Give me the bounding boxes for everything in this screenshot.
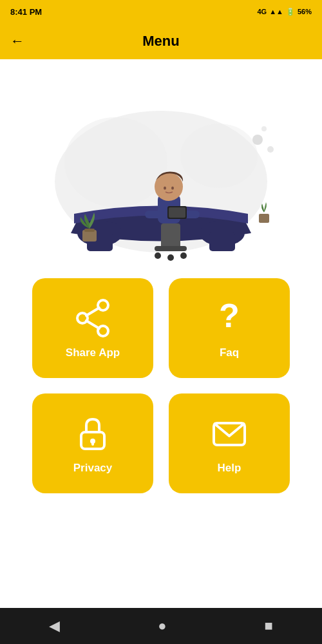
battery-icon: 🔋 bbox=[286, 8, 295, 16]
svg-rect-16 bbox=[145, 211, 164, 218]
svg-point-2 bbox=[180, 124, 258, 188]
battery-percent: 56% bbox=[298, 8, 312, 15]
svg-rect-24 bbox=[84, 229, 95, 232]
question-icon: ? bbox=[209, 298, 250, 339]
share-app-button[interactable]: Share App bbox=[32, 278, 153, 378]
svg-point-5 bbox=[261, 126, 267, 131]
status-icons: 4G ▲▲ 🔋 56% bbox=[258, 8, 312, 16]
help-button[interactable]: Help bbox=[169, 393, 290, 493]
help-label: Help bbox=[218, 462, 242, 475]
share-icon bbox=[72, 298, 113, 339]
back-button[interactable]: ← bbox=[10, 33, 24, 50]
svg-point-12 bbox=[155, 252, 161, 259]
main-content: Share App ? Faq Privacy bbox=[0, 59, 322, 608]
nav-back-button[interactable]: ◀ bbox=[49, 618, 60, 634]
menu-grid: Share App ? Faq Privacy bbox=[0, 278, 322, 493]
svg-rect-10 bbox=[161, 223, 180, 249]
svg-point-14 bbox=[167, 254, 174, 261]
header: ← Menu bbox=[0, 23, 322, 59]
privacy-label: Privacy bbox=[73, 462, 113, 475]
svg-rect-25 bbox=[259, 214, 269, 223]
svg-rect-22 bbox=[169, 207, 185, 218]
network-icon: 4G bbox=[258, 8, 267, 15]
status-bar: 8:41 PM 4G ▲▲ 🔋 56% bbox=[0, 0, 322, 23]
svg-rect-11 bbox=[155, 246, 187, 251]
illustration-svg bbox=[39, 72, 283, 265]
privacy-button[interactable]: Privacy bbox=[32, 393, 153, 493]
svg-line-30 bbox=[86, 321, 99, 328]
svg-rect-9 bbox=[209, 232, 235, 251]
svg-point-20 bbox=[171, 187, 174, 190]
svg-text:?: ? bbox=[219, 298, 240, 334]
illustration-area bbox=[0, 59, 322, 278]
lock-icon bbox=[72, 413, 113, 454]
nav-recent-button[interactable]: ■ bbox=[265, 618, 273, 634]
svg-point-19 bbox=[164, 187, 166, 190]
signal-icon: ▲▲ bbox=[269, 8, 283, 15]
svg-point-4 bbox=[267, 146, 274, 153]
status-time: 8:41 PM bbox=[10, 7, 42, 17]
svg-point-3 bbox=[252, 135, 263, 145]
faq-label: Faq bbox=[220, 346, 239, 359]
svg-point-1 bbox=[64, 117, 167, 207]
svg-point-13 bbox=[180, 252, 187, 259]
svg-line-29 bbox=[86, 308, 99, 316]
header-title: Menu bbox=[142, 33, 179, 50]
nav-home-button[interactable]: ● bbox=[158, 618, 166, 634]
bottom-nav: ◀ ● ■ bbox=[0, 608, 322, 644]
mail-icon bbox=[209, 413, 250, 454]
faq-button[interactable]: ? Faq bbox=[169, 278, 290, 378]
svg-rect-34 bbox=[91, 441, 94, 446]
share-app-label: Share App bbox=[66, 346, 120, 359]
